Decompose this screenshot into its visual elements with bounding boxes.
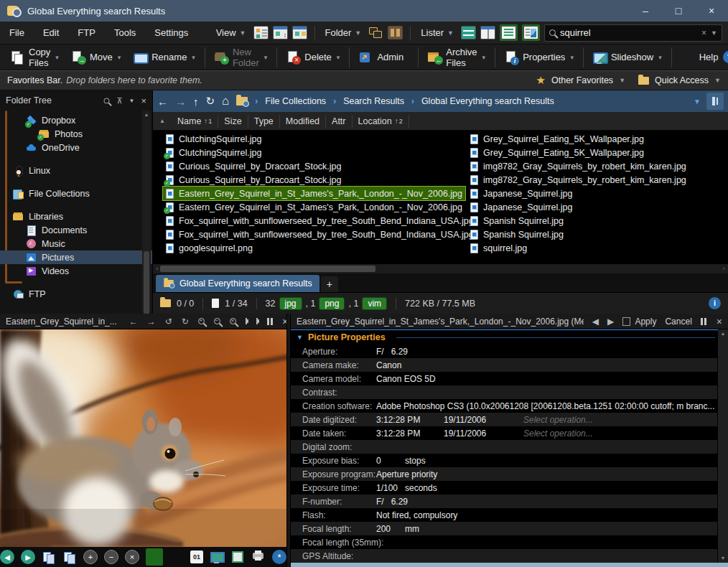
clear-search-icon[interactable]: × — [701, 28, 706, 38]
tree-item[interactable]: Dropbox — [0, 113, 152, 127]
collapse-all-icon[interactable]: ⊼ — [116, 96, 122, 106]
toolbar-button[interactable]: New Folder ▾ — [205, 47, 274, 67]
column-header[interactable]: Type — [248, 115, 280, 128]
metadata-row[interactable]: Digital zoom: — [291, 440, 717, 454]
metadata-row[interactable]: Camera make: Canon — [291, 358, 717, 372]
maximize-button[interactable]: □ — [662, 0, 695, 22]
folder-panes-icon[interactable] — [388, 26, 403, 39]
filetype-badge[interactable]: vim — [362, 297, 387, 310]
minimize-button[interactable]: – — [629, 0, 662, 22]
scroll-up-icon[interactable]: ▲ — [142, 111, 151, 119]
file-item[interactable]: Spanish Squirrel.jpg — [467, 214, 566, 228]
viewer-toolbar-icon[interactable]: ◀ — [0, 550, 14, 564]
toolbar-button[interactable]: Admin — [349, 47, 415, 67]
zoom-out-icon[interactable]: − — [214, 318, 220, 324]
dual-pane-button[interactable] — [706, 93, 724, 110]
rotate-cw-icon[interactable]: ↻ — [182, 317, 189, 326]
apply-checkbox[interactable] — [622, 317, 630, 326]
column-header[interactable]: Location 2 — [353, 115, 409, 128]
tree-scrollbar[interactable]: ▲ ▼ — [142, 111, 151, 312]
split-horizontal-icon[interactable] — [461, 26, 476, 39]
toolbar-button[interactable]: Rename ▾ — [127, 47, 202, 67]
viewer-toolbar-icon[interactable] — [42, 550, 56, 564]
metadata-row[interactable]: Contrast: — [291, 385, 717, 399]
search-input[interactable] — [560, 27, 697, 38]
metadata-row[interactable]: Focal length: 200 mm — [291, 522, 717, 535]
toolbar-button[interactable]: Delete ▾ — [276, 47, 346, 67]
fit-image-icon[interactable] — [246, 318, 247, 324]
close-tree-icon[interactable]: × — [141, 95, 146, 106]
metadata-row[interactable]: GPS Altitude: — [291, 549, 717, 563]
cancel-button[interactable]: Cancel — [665, 317, 691, 327]
tab-global-search-results[interactable]: Global Everything search Results — [156, 275, 319, 292]
file-item[interactable]: Grey_Squirrel_Eating_5K_Wallpaper.jpg — [467, 146, 647, 159]
tree-options-icon[interactable]: ▼ — [129, 98, 134, 104]
metadata-next-icon[interactable]: ▶ — [607, 317, 614, 326]
viewer-pane-toggle[interactable] — [522, 24, 540, 41]
metadata-row[interactable]: Camera model: Canon EOS 5D — [291, 372, 717, 385]
metadata-row[interactable]: Date taken: 3:12:28 PM 19/11/2006 Select… — [291, 426, 717, 440]
tree-item[interactable]: Photos — [0, 127, 152, 141]
file-item[interactable]: ClutchingSquirrel.jpg — [163, 146, 264, 159]
split-vertical-icon[interactable] — [480, 26, 495, 39]
close-button[interactable]: × — [695, 0, 728, 22]
column-header[interactable]: Name 1 — [172, 115, 218, 128]
pause-icon[interactable] — [267, 318, 273, 325]
tree-item[interactable]: Videos — [0, 264, 152, 278]
scroll-up-icon[interactable]: ▲ — [718, 329, 728, 338]
menu-item[interactable]: Settings — [145, 22, 197, 44]
back-icon[interactable]: ← — [157, 95, 168, 108]
file-item[interactable]: squirrel.jpg — [467, 241, 530, 255]
file-item[interactable]: Eastern_Grey_Squirrel_in_St_James's_Park… — [163, 200, 465, 214]
scrollbar-thumb[interactable] — [160, 266, 375, 272]
file-item[interactable]: Japanese_Squirrel.jpg — [467, 200, 575, 214]
details-view-icon[interactable] — [253, 26, 269, 39]
pause-icon[interactable] — [701, 318, 706, 325]
viewer-toolbar-icon[interactable]: 01 — [190, 550, 203, 563]
tree-item[interactable]: File Collections — [0, 187, 152, 200]
tree-item[interactable]: Linux — [0, 164, 152, 177]
menu-item[interactable]: File — [0, 22, 34, 44]
toolbar-button[interactable]: Move ▾ — [65, 47, 127, 67]
menu-item[interactable]: Tools — [105, 22, 145, 44]
tree-item[interactable]: Music — [0, 237, 152, 250]
file-item[interactable]: Curious_Squirrel_by_Dracoart_Stock.jpg — [163, 159, 345, 173]
viewer-next-icon[interactable]: → — [147, 317, 156, 326]
viewer-toolbar-icon[interactable]: ▶ — [21, 550, 35, 564]
close-metadata-icon[interactable]: × — [717, 317, 722, 326]
tree-item[interactable]: Libraries — [0, 210, 152, 223]
viewer-toolbar-icon[interactable]: − — [104, 550, 118, 564]
filetype-badge[interactable]: png — [319, 297, 345, 310]
tree-item[interactable]: Documents — [0, 223, 152, 237]
viewer-toolbar-icon[interactable]: + — [83, 550, 98, 564]
toolbar-button[interactable]: Archive Files ▾ — [418, 47, 492, 67]
list-view-icon[interactable] — [273, 26, 288, 39]
metadata-row[interactable]: Aperture: F/ 6.29 — [291, 345, 717, 358]
metadata-hscrollbar[interactable] — [291, 563, 728, 567]
metadata-row[interactable]: Creation software: Adobe Photoshop CS3 (… — [291, 399, 717, 413]
menu-item[interactable]: Edit — [34, 22, 68, 44]
tree-search-icon[interactable] — [104, 98, 110, 103]
home-icon[interactable]: ⌂ — [222, 94, 229, 108]
dual-folder-icon[interactable] — [368, 26, 383, 39]
viewer-toolbar-icon[interactable]: × — [125, 550, 139, 564]
refresh-icon[interactable]: ↻ — [206, 95, 215, 108]
file-item[interactable]: Spanish Squirrel.jpg — [467, 228, 566, 241]
tree-item[interactable]: Pictures — [0, 250, 152, 264]
tree-item[interactable]: FTP — [0, 287, 152, 301]
zoom-in-icon[interactable]: + — [198, 318, 205, 324]
rotate-ccw-icon[interactable]: ↺ — [165, 317, 172, 326]
file-item[interactable]: Japanese_Squirrel.jpg — [467, 187, 575, 200]
quick-access-button[interactable]: Quick Access — [655, 75, 709, 85]
lister-menu[interactable]: Lister▼ — [418, 27, 457, 38]
viewer-toolbar-icon[interactable] — [230, 550, 245, 564]
breadcrumb-item[interactable]: Search Results — [343, 96, 404, 106]
toolbar-button[interactable]: Slideshow ▾ — [583, 47, 668, 67]
file-item[interactable]: googlesquirrel.png — [163, 241, 256, 255]
viewer-toolbar-icon[interactable] — [251, 550, 266, 564]
metadata-prev-icon[interactable]: ◀ — [592, 317, 599, 326]
breadcrumb-item[interactable]: File Collections — [265, 96, 326, 106]
file-item[interactable]: img8782_Gray_Squirrels_by_robert_kim_kar… — [467, 173, 689, 187]
toolbar-button[interactable]: Help ? ▾ — [671, 47, 728, 67]
scroll-down-icon[interactable]: ▼ — [718, 554, 728, 563]
